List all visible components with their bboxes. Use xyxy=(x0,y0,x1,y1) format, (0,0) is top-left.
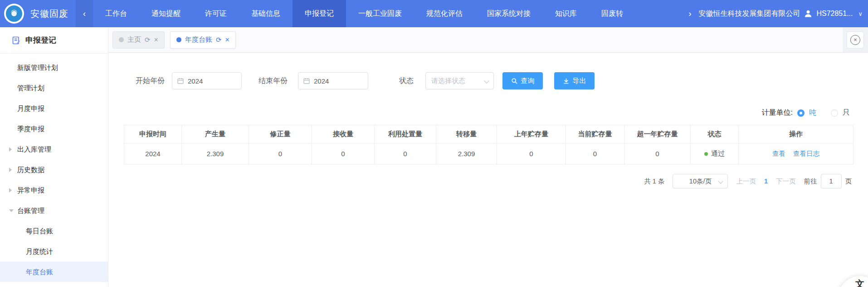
col-status: 状态 xyxy=(691,125,739,144)
end-year-input[interactable] xyxy=(314,77,355,85)
sidebar-item-inout-warehouse[interactable]: 出入库管理 xyxy=(0,139,108,159)
current-page[interactable]: 1 xyxy=(764,178,768,185)
view-log-link[interactable]: 查看日志 xyxy=(793,150,819,157)
col-last-year-storage: 上年贮存量 xyxy=(497,125,566,144)
sidebar-item-label: 出入库管理 xyxy=(17,145,51,153)
search-button[interactable]: 查询 xyxy=(502,72,543,89)
radio-ton-label[interactable]: 吨 xyxy=(809,108,816,118)
top-navigation: 工作台 通知提醒 许可证 基础信息 申报登记 一般工业固废 规范化评估 国家系统… xyxy=(93,0,683,27)
close-all-tabs-button[interactable]: × xyxy=(847,31,864,49)
radio-piece[interactable] xyxy=(831,109,838,117)
cell-received: 0 xyxy=(312,144,375,164)
topnav-workbench[interactable]: 工作台 xyxy=(93,0,139,27)
sidebar: 申报登记 新版管理计划 管理计划 月度申报 季度申报 出入库管理 历史数据 异常… xyxy=(0,27,108,287)
radio-piece-label[interactable]: 只 xyxy=(843,108,850,118)
tab-home-label: 主页 xyxy=(127,35,141,44)
cell-generated: 2.309 xyxy=(182,144,249,164)
user-menu-chevron-icon[interactable]: ∨ xyxy=(858,10,863,17)
topnav-knowledge-base[interactable]: 知识库 xyxy=(543,0,589,27)
tab-refresh-icon[interactable]: ⟳ xyxy=(216,36,222,44)
end-year-picker[interactable] xyxy=(298,72,368,89)
total-count: 共 1 条 xyxy=(644,177,664,186)
sidebar-item-management-plan[interactable]: 管理计划 xyxy=(0,78,108,98)
col-corrected: 修正量 xyxy=(249,125,312,144)
goto-unit: 页 xyxy=(845,177,852,186)
tab-annual-ledger[interactable]: 年度台账 ⟳ × xyxy=(170,31,236,49)
topnav-license[interactable]: 许可证 xyxy=(193,0,239,27)
prev-page-button[interactable]: 上一页 xyxy=(736,177,756,186)
user-cluster[interactable]: 安徽恒生科技发展集团有限公司 HS72851... ∨ xyxy=(698,9,863,19)
tab-annual-ledger-label: 年度台账 xyxy=(185,35,212,44)
sidebar-header: 申报登记 xyxy=(0,27,108,54)
topnav-general-industrial-waste[interactable]: 一般工业固废 xyxy=(346,0,414,27)
cell-utilized: 0 xyxy=(375,144,436,164)
pagination: 共 1 条 10条/页 上一页 1 下一页 前往 页 xyxy=(644,174,852,188)
sidebar-item-abnormal-declaration[interactable]: 异常申报 xyxy=(0,180,108,200)
start-year-label: 开始年份 xyxy=(136,76,165,86)
col-declare-time: 申报时间 xyxy=(124,125,182,144)
goto-label: 前往 xyxy=(804,177,817,186)
export-button-label: 导出 xyxy=(573,77,586,85)
nav-collapse-arrow-icon[interactable]: ‹ xyxy=(76,0,93,27)
sidebar-item-new-management-plan[interactable]: 新版管理计划 xyxy=(0,57,108,78)
topnav-standardized-assessment[interactable]: 规范化评估 xyxy=(414,0,475,27)
sidebar-item-monthly-stats[interactable]: 月度统计 xyxy=(0,241,108,262)
next-page-button[interactable]: 下一页 xyxy=(776,177,796,186)
goto-page-input[interactable] xyxy=(821,174,842,188)
tab-dot-icon xyxy=(176,37,181,42)
circle-close-icon: × xyxy=(850,35,860,45)
download-icon xyxy=(563,78,570,84)
end-year-label: 结束年份 xyxy=(258,76,288,86)
sidebar-item-daily-ledger[interactable]: 每日台账 xyxy=(0,221,108,241)
user-id: HS72851... xyxy=(816,10,853,18)
col-utilized: 利用处置量 xyxy=(375,125,436,144)
sidebar-item-monthly-declaration[interactable]: 月度申报 xyxy=(0,98,108,119)
chevron-down-icon xyxy=(484,78,489,83)
nav-scroll-right-icon[interactable]: › xyxy=(683,9,697,19)
chevron-down-icon xyxy=(718,178,723,183)
cell-current-storage: 0 xyxy=(566,144,624,164)
floating-assistant-label: 文 xyxy=(855,279,864,287)
page-size-select[interactable]: 10条/页 xyxy=(673,174,728,188)
sidebar-item-label: 历史数据 xyxy=(17,166,44,173)
tab-close-icon[interactable]: × xyxy=(225,36,229,44)
brand-title: 安徽固废 xyxy=(30,8,68,20)
calendar-icon xyxy=(177,77,184,84)
sidebar-item-annual-ledger[interactable]: 年度台账 xyxy=(0,262,108,282)
topnav-waste-transfer[interactable]: 固废转 xyxy=(589,0,623,27)
sidebar-menu: 新版管理计划 管理计划 月度申报 季度申报 出入库管理 历史数据 异常申报 台账… xyxy=(0,54,108,282)
filter-row: 开始年份 结束年份 状态 xyxy=(136,72,595,89)
page-size-value: 10条/页 xyxy=(689,177,712,186)
cell-status: 通过 xyxy=(691,144,739,164)
sidebar-item-ledger-management[interactable]: 台账管理 xyxy=(0,200,108,221)
radio-ton[interactable] xyxy=(797,109,805,117)
app-logo-icon xyxy=(4,4,24,24)
user-icon xyxy=(804,9,813,18)
unit-selector: 计量单位: 吨 只 xyxy=(762,108,850,118)
cell-corrected: 0 xyxy=(249,144,312,164)
topnav-basic-info[interactable]: 基础信息 xyxy=(239,0,293,27)
start-year-input[interactable] xyxy=(188,77,229,85)
col-received: 接收量 xyxy=(312,125,375,144)
start-year-picker[interactable] xyxy=(172,72,242,89)
status-select[interactable]: 请选择状态 xyxy=(425,72,494,89)
col-transferred: 转移量 xyxy=(436,125,497,144)
tab-home[interactable]: 主页 ⟳ × xyxy=(112,31,165,49)
closeall-zone: × xyxy=(843,27,868,52)
view-link[interactable]: 查看 xyxy=(772,150,785,157)
topnav-notifications[interactable]: 通知提醒 xyxy=(139,0,193,27)
sidebar-item-label: 台账管理 xyxy=(17,207,44,214)
col-over-one-year-storage: 超一年贮存量 xyxy=(624,125,691,144)
tab-refresh-icon[interactable]: ⟳ xyxy=(145,36,151,44)
export-button[interactable]: 导出 xyxy=(554,72,595,89)
topnav-declaration[interactable]: 申报登记 xyxy=(293,0,346,27)
topnav-national-system[interactable]: 国家系统对接 xyxy=(475,0,543,27)
calendar-icon xyxy=(303,77,310,84)
tab-dot-icon xyxy=(119,37,124,42)
sidebar-item-quarterly-declaration[interactable]: 季度申报 xyxy=(0,119,108,139)
tab-close-icon[interactable]: × xyxy=(154,36,158,44)
col-current-storage: 当前贮存量 xyxy=(566,125,624,144)
goto-page: 前往 页 xyxy=(804,174,852,188)
sidebar-item-history-data[interactable]: 历史数据 xyxy=(0,159,108,180)
caret-right-icon xyxy=(9,188,12,193)
